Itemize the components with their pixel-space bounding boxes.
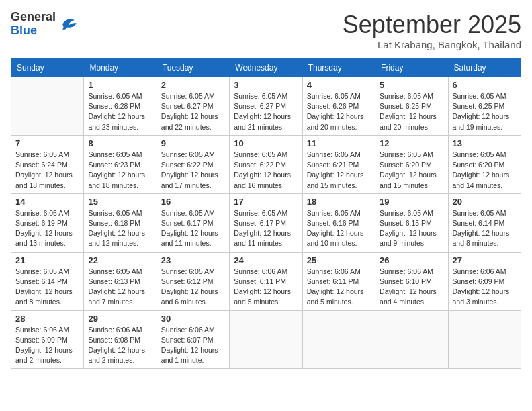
cell-details: Sunrise: 6:05 AMSunset: 6:27 PMDaylight:… (234, 91, 298, 132)
calendar-cell: 14Sunrise: 6:05 AMSunset: 6:19 PMDayligh… (11, 193, 84, 252)
weekday-header: Wednesday (230, 59, 302, 77)
day-number: 7 (15, 138, 79, 148)
cell-details: Sunrise: 6:06 AMSunset: 6:11 PMDaylight:… (234, 267, 298, 308)
calendar-cell (448, 310, 521, 369)
logo-blue: Blue (11, 24, 56, 38)
cell-details: Sunrise: 6:05 AMSunset: 6:17 PMDaylight:… (234, 208, 298, 249)
cell-details: Sunrise: 6:06 AMSunset: 6:09 PMDaylight:… (15, 325, 79, 366)
day-number: 5 (380, 80, 443, 90)
logo: General Blue (11, 11, 79, 38)
calendar-cell: 23Sunrise: 6:05 AMSunset: 6:12 PMDayligh… (157, 252, 229, 310)
cell-details: Sunrise: 6:05 AMSunset: 6:15 PMDaylight:… (380, 208, 443, 249)
cell-details: Sunrise: 6:06 AMSunset: 6:07 PMDaylight:… (161, 325, 225, 366)
day-number: 10 (234, 138, 298, 148)
cell-details: Sunrise: 6:05 AMSunset: 6:25 PMDaylight:… (380, 91, 443, 132)
day-number: 14 (15, 197, 79, 207)
logo-general: General (11, 11, 56, 24)
day-number: 13 (453, 138, 517, 148)
cell-details: Sunrise: 6:05 AMSunset: 6:14 PMDaylight:… (15, 267, 79, 308)
cell-details: Sunrise: 6:05 AMSunset: 6:16 PMDaylight:… (307, 208, 371, 249)
day-number: 28 (15, 314, 79, 324)
day-number: 22 (88, 255, 152, 265)
cell-details: Sunrise: 6:05 AMSunset: 6:22 PMDaylight:… (161, 150, 225, 191)
location: Lat Krabang, Bangkok, Thailand (343, 39, 521, 50)
day-number: 29 (88, 314, 152, 324)
day-number: 25 (307, 255, 371, 265)
calendar-cell: 15Sunrise: 6:05 AMSunset: 6:18 PMDayligh… (84, 193, 157, 252)
calendar-cell: 2Sunrise: 6:05 AMSunset: 6:27 PMDaylight… (157, 77, 229, 136)
calendar-cell: 12Sunrise: 6:05 AMSunset: 6:20 PMDayligh… (375, 135, 448, 193)
calendar-cell: 27Sunrise: 6:06 AMSunset: 6:09 PMDayligh… (448, 252, 521, 310)
cell-details: Sunrise: 6:05 AMSunset: 6:24 PMDaylight:… (15, 150, 79, 191)
calendar-cell (375, 310, 448, 369)
calendar-week-row: 7Sunrise: 6:05 AMSunset: 6:24 PMDaylight… (11, 135, 521, 193)
calendar-week-row: 28Sunrise: 6:06 AMSunset: 6:09 PMDayligh… (11, 310, 521, 369)
day-number: 17 (234, 197, 298, 207)
cell-details: Sunrise: 6:05 AMSunset: 6:26 PMDaylight:… (307, 91, 371, 132)
cell-details: Sunrise: 6:05 AMSunset: 6:27 PMDaylight:… (161, 91, 225, 132)
day-number: 18 (307, 197, 371, 207)
calendar-cell: 24Sunrise: 6:06 AMSunset: 6:11 PMDayligh… (230, 252, 302, 310)
page-header: General Blue September 2025 Lat Krabang,… (11, 11, 521, 50)
calendar-cell: 17Sunrise: 6:05 AMSunset: 6:17 PMDayligh… (230, 193, 302, 252)
weekday-header: Monday (84, 59, 157, 77)
cell-details: Sunrise: 6:05 AMSunset: 6:17 PMDaylight:… (161, 208, 225, 249)
cell-details: Sunrise: 6:05 AMSunset: 6:20 PMDaylight:… (380, 150, 443, 191)
cell-details: Sunrise: 6:05 AMSunset: 6:13 PMDaylight:… (88, 267, 152, 308)
day-number: 19 (380, 197, 443, 207)
calendar-cell: 8Sunrise: 6:05 AMSunset: 6:23 PMDaylight… (84, 135, 157, 193)
cell-details: Sunrise: 6:05 AMSunset: 6:14 PMDaylight:… (453, 208, 517, 249)
weekday-header: Sunday (11, 59, 84, 77)
cell-details: Sunrise: 6:06 AMSunset: 6:10 PMDaylight:… (380, 267, 443, 308)
calendar-cell (11, 77, 84, 136)
cell-details: Sunrise: 6:06 AMSunset: 6:08 PMDaylight:… (88, 325, 152, 366)
calendar-week-row: 14Sunrise: 6:05 AMSunset: 6:19 PMDayligh… (11, 193, 521, 252)
calendar-cell: 6Sunrise: 6:05 AMSunset: 6:25 PMDaylight… (448, 77, 521, 136)
calendar-cell: 18Sunrise: 6:05 AMSunset: 6:16 PMDayligh… (302, 193, 375, 252)
day-number: 8 (88, 138, 152, 148)
cell-details: Sunrise: 6:05 AMSunset: 6:25 PMDaylight:… (453, 91, 517, 132)
month-title: September 2025 (343, 11, 521, 39)
logo-bird-icon (58, 14, 79, 34)
calendar-cell: 22Sunrise: 6:05 AMSunset: 6:13 PMDayligh… (84, 252, 157, 310)
day-number: 27 (453, 255, 517, 265)
calendar-cell: 10Sunrise: 6:05 AMSunset: 6:22 PMDayligh… (230, 135, 302, 193)
day-number: 20 (453, 197, 517, 207)
calendar-table: SundayMondayTuesdayWednesdayThursdayFrid… (11, 58, 521, 369)
day-number: 12 (380, 138, 443, 148)
calendar-cell: 25Sunrise: 6:06 AMSunset: 6:11 PMDayligh… (302, 252, 375, 310)
calendar-week-row: 1Sunrise: 6:05 AMSunset: 6:28 PMDaylight… (11, 77, 521, 136)
calendar-cell: 28Sunrise: 6:06 AMSunset: 6:09 PMDayligh… (11, 310, 84, 369)
cell-details: Sunrise: 6:05 AMSunset: 6:21 PMDaylight:… (307, 150, 371, 191)
cell-details: Sunrise: 6:05 AMSunset: 6:20 PMDaylight:… (453, 150, 517, 191)
cell-details: Sunrise: 6:06 AMSunset: 6:09 PMDaylight:… (453, 267, 517, 308)
weekday-header: Saturday (448, 59, 521, 77)
day-number: 3 (234, 80, 298, 90)
calendar-week-row: 21Sunrise: 6:05 AMSunset: 6:14 PMDayligh… (11, 252, 521, 310)
day-number: 24 (234, 255, 298, 265)
cell-details: Sunrise: 6:05 AMSunset: 6:22 PMDaylight:… (234, 150, 298, 191)
title-block: September 2025 Lat Krabang, Bangkok, Tha… (343, 11, 521, 50)
day-number: 9 (161, 138, 225, 148)
day-number: 30 (161, 314, 225, 324)
calendar-cell: 5Sunrise: 6:05 AMSunset: 6:25 PMDaylight… (375, 77, 448, 136)
calendar-cell: 3Sunrise: 6:05 AMSunset: 6:27 PMDaylight… (230, 77, 302, 136)
day-number: 1 (88, 80, 152, 90)
calendar-cell (230, 310, 302, 369)
day-number: 4 (307, 80, 371, 90)
weekday-header: Thursday (302, 59, 375, 77)
day-number: 23 (161, 255, 225, 265)
day-number: 15 (88, 197, 152, 207)
day-number: 26 (380, 255, 443, 265)
day-number: 2 (161, 80, 225, 90)
weekday-header-row: SundayMondayTuesdayWednesdayThursdayFrid… (11, 59, 521, 77)
calendar-cell (302, 310, 375, 369)
cell-details: Sunrise: 6:05 AMSunset: 6:28 PMDaylight:… (88, 91, 152, 132)
cell-details: Sunrise: 6:05 AMSunset: 6:19 PMDaylight:… (15, 208, 79, 249)
calendar-cell: 20Sunrise: 6:05 AMSunset: 6:14 PMDayligh… (448, 193, 521, 252)
calendar-cell: 16Sunrise: 6:05 AMSunset: 6:17 PMDayligh… (157, 193, 229, 252)
calendar-cell: 1Sunrise: 6:05 AMSunset: 6:28 PMDaylight… (84, 77, 157, 136)
cell-details: Sunrise: 6:05 AMSunset: 6:18 PMDaylight:… (88, 208, 152, 249)
day-number: 21 (15, 255, 79, 265)
calendar-cell: 4Sunrise: 6:05 AMSunset: 6:26 PMDaylight… (302, 77, 375, 136)
